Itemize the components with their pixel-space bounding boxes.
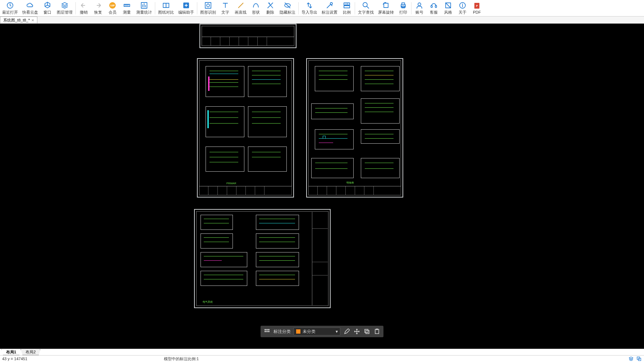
svg-point-27 [264,329,266,330]
undo-button[interactable]: 撤销 [77,1,91,16]
rotate-icon [382,1,390,9]
pdf-button[interactable]: PPDF [470,1,484,15]
edit-icon[interactable] [343,328,350,335]
rotate-button[interactable]: 屏幕旋转 [376,1,396,16]
layer-mgr-button[interactable]: 图层管理 [55,1,75,16]
undo-icon [80,1,88,9]
edit-asst-button[interactable]: 编辑助手 [176,1,196,16]
support-button[interactable]: 客服 [427,1,441,16]
close-icon[interactable]: ✕ [31,18,34,22]
find-text-button[interactable]: 文字查找 [356,1,376,16]
drawing-canvas[interactable]: PRIMAR [0,24,644,349]
ann-settings-icon [326,1,334,9]
statusbar: 43 y = 147451 模型中的标注比例:1 [0,355,644,362]
svg-rect-5 [163,3,166,8]
annotation-category-label: 标注分类 [273,329,291,335]
toolbar-label: 关于 [459,10,466,15]
measure-button[interactable]: 测量 [120,1,134,16]
ann-settings-button[interactable]: 标注设置 [319,1,340,16]
toolbar-label: 测量 [123,10,131,15]
svg-text:VIP: VIP [110,4,115,7]
copy-icon[interactable] [363,328,371,335]
toolbar-label: 图形识别 [200,10,216,15]
drawing-sheet: 电气系统 [194,209,331,308]
toolbar-label: 测量统计 [136,10,152,15]
recent-open-icon [6,1,14,9]
toolbar-label: 打印 [399,10,407,15]
drawing-sheet [199,24,296,48]
svg-rect-34 [366,330,369,334]
svg-point-32 [268,331,270,332]
svg-point-31 [266,331,268,332]
account-button[interactable]: 账号 [412,1,427,16]
recent-open-button[interactable]: 最近打开 [0,1,20,16]
measure-stat-button[interactable]: 测量统计 [134,1,154,16]
svg-point-28 [266,329,268,330]
toolbar-label: 撤销 [80,10,88,15]
document-tab[interactable]: 系统图_t8_t8_* ✕ [0,17,37,23]
vip-button[interactable]: VIP会员 [105,1,120,16]
svg-point-29 [268,329,270,330]
toolbar-label: 删除 [266,10,274,15]
cloud-disk-icon [26,1,34,9]
scale-readout: 模型中的标注比例:1 [164,357,199,361]
print-button[interactable]: 打印 [396,1,410,16]
shape-rec-button[interactable]: 图形识别 [198,1,218,16]
cloud-disk-button[interactable]: 快看云盘 [20,1,40,16]
delete-icon [266,1,274,9]
toolbar-label: 图纸对比 [158,10,174,15]
toolbar-label: 比例 [343,10,351,15]
style-icon [444,1,452,9]
layout-tab[interactable]: 布局1 [1,349,21,355]
text-button[interactable]: 文字 [218,1,233,16]
document-tabstrip: 系统图_t8_t8_* ✕ [0,17,644,24]
toolbar-label: PDF [473,10,481,14]
annotation-category-dropdown[interactable]: 未分类 ▾ [294,328,340,335]
shape-button[interactable]: 形状 [249,1,263,16]
about-icon [459,1,466,9]
coords-readout: 43 y = 147451 [2,357,27,361]
toolbar-label: 形状 [252,10,260,15]
window-button[interactable]: 窗口 [40,1,55,16]
svg-rect-13 [344,6,350,8]
drawing-sheet: 明细表 [306,58,403,198]
toolbar-label: 屏幕旋转 [378,10,394,15]
layout-tabstrip: 布局1布局2 [0,349,644,355]
scale-button[interactable]: A:B比例 [340,1,354,16]
grid-icon[interactable] [263,328,271,335]
svg-rect-16 [384,3,388,8]
svg-text:A:B: A:B [345,3,349,5]
compare-button[interactable]: 图纸对比 [156,1,176,16]
copy-status-icon[interactable] [636,356,642,362]
toolbar-label: 快看云盘 [22,10,38,15]
redo-button[interactable]: 恢复 [91,1,105,16]
layers-icon[interactable] [628,356,634,362]
toolbar-label: 图层管理 [57,10,73,15]
style-button[interactable]: 风格 [441,1,455,16]
drawing-sheet: PRIMAR [197,58,294,198]
hide-ann-button[interactable]: 隐藏标注 [277,1,298,16]
layout-tab[interactable]: 布局2 [21,349,40,355]
toolbar-label: 编辑助手 [178,10,194,15]
svg-rect-8 [205,3,211,8]
pdf-icon: P [473,2,481,10]
layer-mgr-icon [61,1,69,9]
about-button[interactable]: 关于 [455,1,470,16]
window-icon [43,1,51,9]
line-button[interactable]: 画直线 [233,1,249,16]
import-export-button[interactable]: 导入导出 [299,1,319,16]
toolbar-label: 客服 [430,10,438,15]
move-icon[interactable] [353,328,360,335]
delete-button[interactable]: 删除 [263,1,277,16]
paste-icon[interactable] [373,328,381,335]
scale-icon: A:B [343,1,351,9]
toolbar-label: 隐藏标注 [280,10,295,15]
svg-rect-21 [431,5,432,8]
chevron-down-icon: ▾ [336,329,338,334]
annotation-toolbar: 标注分类 未分类 ▾ [261,326,383,337]
vip-icon: VIP [109,1,116,9]
toolbar-label: 恢复 [94,10,102,15]
svg-rect-22 [435,5,437,8]
svg-point-9 [207,4,210,7]
toolbar-label: 文字 [221,10,229,15]
